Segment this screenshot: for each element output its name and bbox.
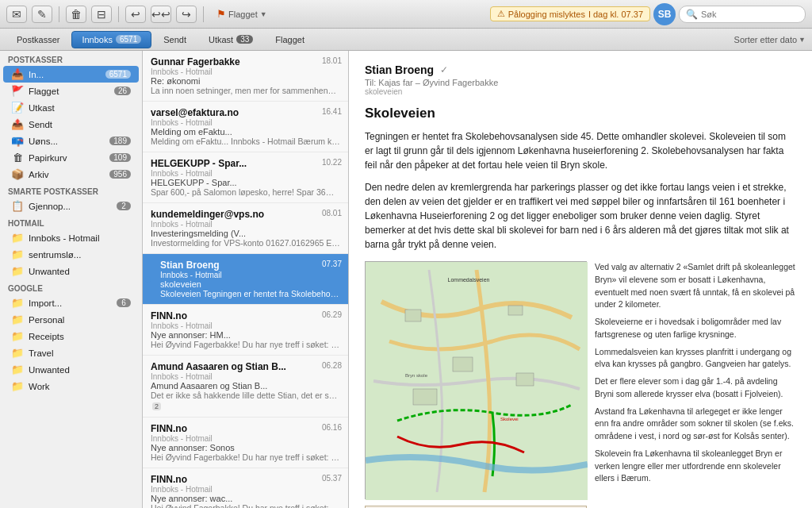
sidebar-import-badge: 6 — [117, 298, 131, 307]
email-from: Stian Broeng — [365, 64, 434, 76]
tab-innboks-badge: 6571 — [116, 35, 141, 44]
msg-time-4: 07.37 — [322, 260, 342, 268]
sidebar-item-sendt[interactable]: 📤 Sendt — [3, 116, 139, 133]
sidebar-item-unwanted-google[interactable]: 📁 Unwanted — [3, 361, 139, 378]
msg-preview-6: Det er ikke så hakkende lille dette Stia… — [151, 391, 340, 400]
email-subject-line: skoleveien — [365, 87, 796, 96]
msg-subject-6: Amund Aasaaren og Stian B... — [151, 381, 340, 391]
separator-3 — [203, 6, 204, 22]
msg-time-8: 05.37 — [322, 474, 342, 483]
folder-work-icon: 📁 — [11, 380, 24, 392]
message-item-6[interactable]: Amund Aasaaren og Stian B... 06.28 Innbo… — [143, 356, 348, 418]
sidebar-item-receipts[interactable]: 📁 Receipts — [3, 328, 139, 344]
sidebar-item-import[interactable]: 📁 Import... 6 — [3, 294, 139, 311]
email-to: Til: Kajas far – Øyvind Fagerbakke — [365, 78, 796, 87]
tab-flagget-label: Flagget — [275, 35, 304, 44]
email-content: Stian Broeng ✓ Til: Kajas far – Øyvind F… — [349, 51, 812, 508]
map-container: Lommedalsveien Bryn skole Skolevei Dette… — [365, 261, 587, 508]
get-mail-icon[interactable]: ✎ — [32, 6, 52, 23]
sidebar-item-uens[interactable]: 📪 Uøns... 189 — [3, 133, 139, 149]
tab-utkast-label: Utkast — [209, 35, 233, 44]
sidebar-section-hotmail: Hotmail — [0, 214, 142, 229]
sidebar-item-flagget[interactable]: 🚩 Flagget 26 — [3, 83, 139, 99]
folder-sentrumslo-icon: 📁 — [11, 248, 24, 260]
msg-time-0: 18.01 — [322, 56, 342, 65]
msg-subject-1: Melding om eFaktu... — [151, 127, 340, 137]
junk-icon[interactable]: ⊟ — [91, 6, 112, 23]
compose-icon[interactable]: ✉ — [6, 6, 27, 23]
svg-text:Skolevei: Skolevei — [500, 417, 519, 421]
sidebar-uens-badge: 189 — [109, 137, 131, 145]
sidebar-item-innboks[interactable]: 📥 In... 6571 — [3, 66, 139, 83]
sidebar-utkast-label: Utkast — [29, 103, 131, 113]
message-item-2[interactable]: HELGEKUPP - Spar... 10.22 Innboks - Hotm… — [143, 152, 348, 203]
msg-time-7: 06.16 — [322, 423, 342, 432]
tabbar: Postkasser Innboks 6571 Sendt Utkast 33 … — [0, 29, 812, 51]
sidebar-gjennop-label: Gjennop... — [29, 202, 112, 211]
email-header: Stian Broeng ✓ Til: Kajas far – Øyvind F… — [365, 64, 796, 96]
sidebar-item-papirkurv[interactable]: 🗑 Papirkurv 109 — [3, 149, 139, 166]
sort-button[interactable]: Sorter etter dato ▼ — [734, 35, 806, 44]
folder-notes-icon: 📁 — [11, 232, 24, 244]
msg-sender-5: FINN.no — [151, 310, 340, 321]
msg-source-3: Innboks - Hotmail — [151, 220, 340, 229]
msg-source-0: Innboks - Hotmail — [151, 67, 340, 76]
side-text-4: Avstand fra Løkenhavna til arlegeget er … — [595, 406, 796, 443]
msg-sender-7: FINN.no — [151, 423, 340, 434]
message-item-3[interactable]: kundemeldinger@vps.no 08.01 Innboks - Ho… — [143, 203, 348, 254]
msg-preview-1: Melding om eFaktu... Innboks - Hotmail B… — [151, 137, 340, 146]
sidebar-item-arkiv[interactable]: 📦 Arkiv 956 — [3, 166, 139, 183]
separator-2 — [118, 6, 119, 22]
tab-utkast[interactable]: Utkast 33 — [198, 31, 263, 48]
message-item-0[interactable]: Gunnar Fagerbakke 18.01 Innboks - Hotmai… — [143, 51, 348, 102]
message-item-5[interactable]: FINN.no 06.29 Innboks - Hotmail Nye anno… — [143, 305, 348, 356]
tab-innboks[interactable]: Innboks 6571 — [71, 31, 151, 48]
sidebar-item-work[interactable]: 📁 Work — [3, 378, 139, 394]
sidebar-item-travel[interactable]: 📁 Travel — [3, 344, 139, 361]
reply-all-icon[interactable]: ↩↩ — [151, 6, 171, 23]
verified-icon: ✓ — [440, 64, 448, 75]
msg-source-1: Innboks - Hotmail — [151, 118, 340, 127]
flag-sidebar-icon: 🚩 — [11, 85, 24, 97]
draft-icon: 📝 — [11, 102, 24, 114]
email-body: Tegningen er hentet fra Skolebehovsanaly… — [365, 129, 796, 252]
msg-subject-5: Nye annonser: HM... — [151, 330, 340, 340]
side-text-0: Ved valg av alternativ 2 «Samlet drift p… — [595, 261, 796, 311]
msg-time-1: 16.41 — [322, 107, 342, 116]
sidebar-item-gjennop[interactable]: 📋 Gjennop... 2 — [3, 198, 139, 214]
login-warning-text: Pålogging mislyktes — [508, 10, 585, 19]
sidebar-item-utkast[interactable]: 📝 Utkast — [3, 99, 139, 116]
email-images: Lommedalsveien Bryn skole Skolevei Dette… — [365, 261, 796, 508]
tab-sendt[interactable]: Sendt — [153, 31, 197, 48]
msg-badge-6: 2 — [152, 402, 161, 410]
tab-postkasser[interactable]: Postkasser — [6, 31, 70, 48]
message-item-1[interactable]: varsel@efaktura.no 16.41 Innboks - Hotma… — [143, 102, 348, 152]
msg-preview-2: Spar 600,- på Salomon løpesko, herre! Sp… — [151, 187, 340, 197]
sidebar-item-unwanted-hotmail[interactable]: 📁 Unwanted — [3, 263, 139, 279]
message-item-7[interactable]: FINN.no 06.16 Innboks - Hotmail Nye anno… — [143, 418, 348, 468]
svg-text:Lommedalsveien: Lommedalsveien — [448, 277, 490, 283]
sidebar-item-notes[interactable]: 📁 Innboks - Hotmail — [3, 229, 139, 246]
msg-time-3: 08.01 — [322, 209, 342, 217]
flag-button[interactable]: ⚑ Flagget ▼ — [210, 6, 274, 21]
forward-icon[interactable]: ↪ — [176, 6, 197, 23]
sort-label: Sorter etter dato — [734, 35, 798, 44]
reply-icon[interactable]: ↩ — [125, 6, 146, 23]
warning-icon: ⚠ — [497, 9, 505, 19]
delete-icon[interactable]: 🗑 — [66, 6, 86, 23]
separator-1 — [59, 6, 59, 22]
search-input[interactable] — [701, 10, 796, 19]
sidebar-receipts-label: Receipts — [29, 332, 131, 341]
search-container: 🔍 — [679, 6, 806, 23]
map-svg: Lommedalsveien Bryn skole Skolevei — [366, 262, 588, 500]
message-item-4[interactable]: Stian Broeng 07.37 Innboks - Hotmail sko… — [143, 254, 348, 305]
sidebar-item-personal[interactable]: 📁 Personal — [3, 311, 139, 328]
sidebar-item-sentrumslo[interactable]: 📁 sentrumslø... — [3, 246, 139, 263]
message-item-8[interactable]: FINN.no 05.37 Innboks - Hotmail Nye anno… — [143, 468, 348, 508]
sidebar-innboks-badge: 6571 — [105, 70, 131, 79]
msg-sender-0: Gunnar Fagerbakke — [151, 56, 340, 67]
avatar: SB — [653, 3, 676, 25]
tab-flagget[interactable]: Flagget — [265, 31, 315, 48]
toolbar-right: ⚠ Pålogging mislyktes I dag kl. 07.37 SB… — [490, 3, 806, 25]
sidebar-flagget-badge: 26 — [114, 87, 131, 95]
